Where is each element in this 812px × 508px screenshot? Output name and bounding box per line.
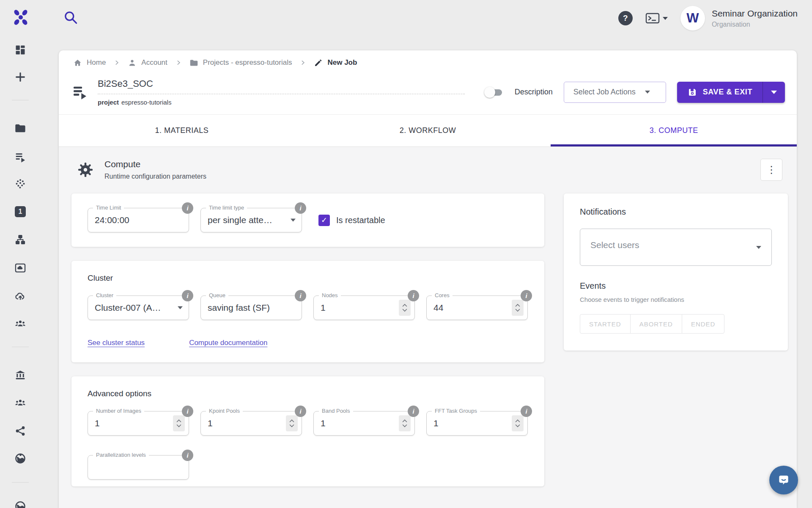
checkbox-label: Is restartable <box>336 215 385 225</box>
account-menu[interactable]: W Seminar Organization Organisation <box>680 6 798 30</box>
kpoint-pools-stepper[interactable]: Kpoint Pools 1 i <box>200 411 302 436</box>
home-icon <box>73 58 82 67</box>
info-icon[interactable]: i <box>182 290 193 301</box>
folder-icon <box>189 58 198 67</box>
event-ended-button[interactable]: ENDED <box>682 314 725 334</box>
sidebar-divider <box>12 482 29 483</box>
time-limit-type-select[interactable]: Time limit type per single atte… i <box>200 208 302 232</box>
sidebar-item-images[interactable] <box>14 262 26 274</box>
band-pools-stepper[interactable]: Band Pools 1 i <box>313 411 415 436</box>
select-users-dropdown[interactable]: Select users <box>580 229 772 266</box>
field-label: Time limit type <box>206 204 247 211</box>
pencil-icon <box>314 58 323 67</box>
field-value: 24:00:00 <box>95 215 129 225</box>
sidebar-item-share[interactable] <box>14 425 26 437</box>
description-toggle[interactable] <box>484 87 504 98</box>
queue-select[interactable]: Queue saving fast (SF) i <box>200 295 302 320</box>
info-icon[interactable]: i <box>521 406 532 417</box>
job-menu-icon[interactable] <box>71 84 88 101</box>
breadcrumb: Home Account Projects - espresso-tutoria… <box>59 50 797 75</box>
chevron-down-icon <box>291 219 296 222</box>
info-icon[interactable]: i <box>182 406 193 417</box>
info-icon[interactable]: i <box>295 202 306 214</box>
number-of-images-stepper[interactable]: Number of Images 1 i <box>88 411 189 436</box>
sidebar-item-dashboard[interactable] <box>14 44 26 56</box>
stepper-arrows[interactable] <box>286 415 298 431</box>
event-started-button[interactable]: STARTED <box>580 314 631 334</box>
fft-task-groups-stepper[interactable]: FFT Task Groups 1 i <box>426 411 528 436</box>
stepper-arrows[interactable] <box>399 300 411 316</box>
sidebar-item-team[interactable] <box>14 318 26 330</box>
chevron-right-icon <box>114 60 120 66</box>
breadcrumb-projects[interactable]: Projects - espresso-tutorials <box>189 58 292 67</box>
chevron-down-icon <box>663 17 668 20</box>
sidebar-item-web[interactable] <box>14 500 26 508</box>
console-selector[interactable] <box>645 12 668 24</box>
info-icon[interactable]: i <box>408 290 419 301</box>
event-button-group: STARTED ABORTED ENDED <box>580 314 772 334</box>
sidebar-item-materials[interactable] <box>14 178 26 190</box>
cores-stepper[interactable]: Cores 44 i <box>426 295 528 320</box>
info-icon[interactable]: i <box>408 406 419 417</box>
tab-workflow[interactable]: 2. WORKFLOW <box>305 115 551 146</box>
field-value: 44 <box>433 303 443 313</box>
tab-compute[interactable]: 3. COMPUTE <box>551 115 797 146</box>
info-icon[interactable]: i <box>182 450 193 461</box>
sidebar-item-jobs[interactable] <box>14 151 26 163</box>
search-icon[interactable] <box>63 9 79 25</box>
field-label: Parallelization levels <box>93 452 149 458</box>
sidebar-item-workflows[interactable] <box>14 234 26 246</box>
cluster-select[interactable]: Cluster Cluster-007 (A… i <box>88 295 189 320</box>
info-icon[interactable]: i <box>295 406 306 417</box>
field-label: Number of Images <box>93 408 144 414</box>
stepper-arrows[interactable] <box>512 300 524 316</box>
field-label: Cluster <box>93 292 116 298</box>
events-caption: Choose events to trigger notifications <box>580 296 772 303</box>
sidebar-item-jobs-badge[interactable]: 1 <box>14 206 26 218</box>
job-actions-select[interactable]: Select Job Actions <box>564 82 666 103</box>
field-label: FFT Task Groups <box>432 408 480 414</box>
info-icon[interactable]: i <box>295 290 306 301</box>
info-icon[interactable]: i <box>521 290 532 301</box>
stepper-arrows[interactable] <box>512 415 524 431</box>
breadcrumb-home[interactable]: Home <box>73 58 106 67</box>
help-icon[interactable]: ? <box>618 11 633 25</box>
stepper-arrows[interactable] <box>399 415 411 431</box>
parallelization-levels-field[interactable]: Parallelization levels i <box>88 455 189 480</box>
tab-materials[interactable]: 1. MATERIALS <box>59 115 305 146</box>
save-exit-button[interactable]: SAVE & EXIT <box>677 82 785 103</box>
description-label: Description <box>515 88 553 97</box>
sidebar-item-organization[interactable] <box>14 369 26 381</box>
breadcrumb-account[interactable]: Account <box>128 58 167 67</box>
sidebar-item-public[interactable] <box>14 453 26 464</box>
sidebar-nav: 1 <box>0 41 41 508</box>
cluster-status-link[interactable]: See cluster status <box>88 339 145 347</box>
breadcrumb-current: New Job <box>314 58 357 67</box>
breadcrumb-label: New Job <box>327 58 357 67</box>
chat-launcher-button[interactable] <box>769 466 798 494</box>
field-value: 1 <box>433 418 439 428</box>
section-menu-button[interactable]: ⋮ <box>760 159 782 181</box>
nodes-stepper[interactable]: Nodes 1 i <box>313 295 415 320</box>
org-type: Organisation <box>712 21 798 28</box>
sidebar-item-create[interactable] <box>14 71 26 83</box>
advanced-card-title: Advanced options <box>88 389 528 398</box>
job-title[interactable]: Bi2Se3_SOC <box>98 78 465 94</box>
stepper-arrows[interactable] <box>173 415 185 431</box>
cluster-card: Cluster Cluster Cluster-007 (A… i Queue … <box>71 261 544 362</box>
step-tabs: 1. MATERIALS 2. WORKFLOW 3. COMPUTE <box>59 115 797 147</box>
notifications-card: Notifications Select users Events Choose… <box>564 193 788 351</box>
app-logo-icon[interactable] <box>11 8 30 27</box>
sidebar-item-projects[interactable] <box>14 122 26 134</box>
sidebar-item-users[interactable] <box>14 397 26 409</box>
info-icon[interactable]: i <box>182 202 193 214</box>
compute-docs-link[interactable]: Compute documentation <box>189 339 267 347</box>
is-restartable-checkbox[interactable]: ✓ Is restartable <box>318 215 385 226</box>
time-limit-field[interactable]: Time Limit 24:00:00 i <box>88 208 189 232</box>
checkbox-checked-icon: ✓ <box>318 215 330 226</box>
event-aborted-button[interactable]: ABORTED <box>630 314 682 334</box>
sidebar-item-cloud-upload[interactable] <box>14 290 26 302</box>
save-options-caret[interactable] <box>763 82 785 103</box>
section-title: Compute <box>104 159 760 169</box>
project-name: espresso-tutorials <box>121 99 171 106</box>
